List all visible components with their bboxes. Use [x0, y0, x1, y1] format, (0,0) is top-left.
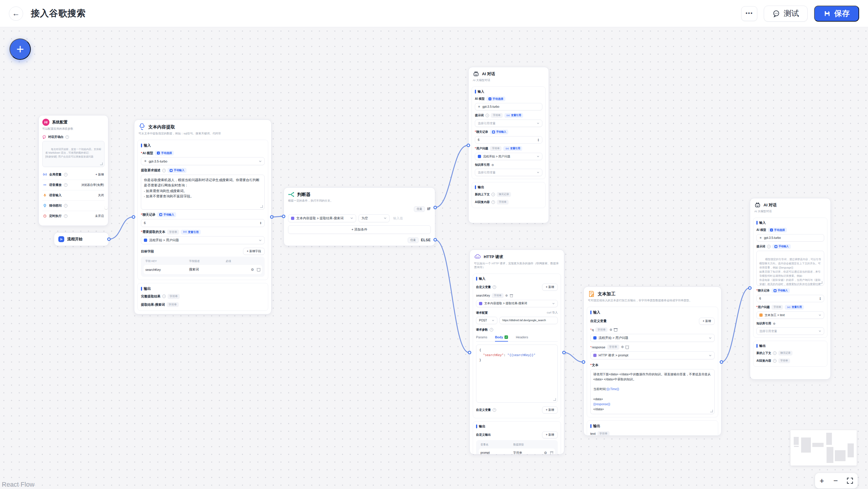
condition-value-input[interactable]: 输入值	[392, 216, 403, 220]
body-code-editor[interactable]: { "searchKey": "{{searchKey}}" }	[476, 344, 558, 403]
handle-chat-right-in[interactable]	[748, 286, 752, 290]
handle-judge-if-out[interactable]	[433, 206, 437, 209]
handle-extract-in[interactable]	[132, 215, 135, 219]
add-variable-button[interactable]: + 新增	[542, 406, 558, 414]
speech-input-value[interactable]: 关闭	[98, 193, 104, 197]
handle-textedit-out[interactable]	[720, 360, 723, 364]
model-select[interactable]: ✳ gpt-3.5-turbo	[756, 234, 824, 242]
prompt-ref-select[interactable]: 选择引用变量	[475, 120, 542, 127]
gear-icon[interactable]: ⚙	[505, 294, 508, 297]
var-response-value: HTTP 请求 > prompt	[598, 353, 628, 358]
condition-operator-select[interactable]: 为空	[359, 214, 390, 222]
number-steppers[interactable]: ▲▼	[819, 297, 821, 300]
node-text-extract[interactable]: 文本内容提取 可从文本中提取指定的数据，例如：sql语句、搜索关键词、代码等 输…	[134, 120, 272, 314]
resize-handle-icon[interactable]	[260, 205, 263, 208]
gear-icon[interactable]: ⚙	[251, 268, 254, 272]
node-ai-chat-top[interactable]: AI 对话 AI 大模型对话 输入 AI 模型 ●手动选择 ✳ gpt-3.5-…	[468, 67, 549, 223]
handle-flowstart-out[interactable]	[107, 237, 111, 241]
resize-handle-icon[interactable]	[553, 398, 556, 401]
handle-textedit-in[interactable]	[582, 360, 585, 364]
step-down-icon[interactable]: ▼	[819, 299, 821, 301]
trash-icon[interactable]	[550, 451, 553, 454]
handle-judge-else-out[interactable]	[433, 238, 437, 242]
handle-judge-in[interactable]	[282, 215, 285, 218]
add-variable-button[interactable]: + 新增	[542, 283, 558, 291]
chat-history-input[interactable]: 6 ▲▼	[475, 136, 542, 144]
variable-icon: {x}	[506, 114, 510, 117]
trash-icon[interactable]	[510, 294, 513, 297]
add-node-button[interactable]: +	[9, 38, 31, 60]
number-steppers[interactable]: ▲▼	[537, 138, 539, 142]
prompt-textarea[interactable]: 模型固定的引导词，通过调整该内容，可以引导模型聊天方向。该内容会被固定在上下文的…	[756, 251, 824, 286]
welcome-textarea[interactable]: 每次对话开始前，发送一个初始内容。支持标准 Markdown 语法，可使用的额外…	[42, 141, 104, 167]
flow-canvas[interactable]: + React Flow Hi 系统配置 可以配置应用的系统参数 对话开场白 ?…	[0, 27, 868, 489]
node-http-request[interactable]: HTTP HTTP 请求 可以发出一个 HTTP 请求，实现更为复杂的操作（联网…	[469, 249, 564, 454]
scheduled-run-value[interactable]: 未开启	[95, 214, 104, 218]
save-button[interactable]: 保存	[814, 6, 859, 22]
add-global-variable-button[interactable]: + 新增	[95, 173, 104, 177]
var-response-select[interactable]: HTTP 请求 > prompt	[590, 352, 715, 359]
tab-params[interactable]: Params	[476, 334, 487, 341]
step-down-icon[interactable]: ▼	[537, 140, 539, 142]
step-down-icon[interactable]: ▼	[260, 223, 262, 225]
condition-source-select[interactable]: 文本内容提取 > 提取结果-搜索词	[288, 214, 356, 222]
add-variable-button[interactable]: + 新增	[699, 317, 715, 325]
chat-history-input[interactable]: 6 ▲▼	[141, 219, 265, 227]
trash-icon[interactable]	[614, 328, 617, 332]
gear-icon[interactable]: ⚙	[773, 322, 776, 325]
add-field-button[interactable]: + 新增字段	[243, 248, 265, 255]
tab-body[interactable]: Body✓	[495, 334, 508, 342]
tts-value[interactable]: 浏览器自带(免费)	[81, 183, 104, 187]
user-question-select[interactable]: 流程开始 > 用户问题	[475, 153, 542, 160]
kb-ref-select[interactable]: 选择引用变量	[756, 327, 824, 335]
chat-history-label: 聊天记录	[141, 213, 155, 217]
number-steppers[interactable]: ▲▼	[260, 221, 262, 225]
handle-extract-out[interactable]	[270, 215, 274, 219]
curl-import-button[interactable]: curl 导入	[547, 311, 558, 315]
node-ai-chat-right[interactable]: AI 对话 AI 大模型对话 输入 AI 模型 ●手动选择 ✳ gpt-3.5-…	[750, 198, 831, 379]
info-icon: ?	[64, 214, 67, 218]
handle-chat-top-in[interactable]	[467, 144, 470, 147]
extract-desc-value: 你是谷歌搜索机器人，根据当前问题和对话记录生成搜索词。你需要自行判断是否需要进行…	[144, 178, 260, 198]
node-flow-start[interactable]: 流程开始	[54, 232, 109, 246]
test-button[interactable]: 测试	[764, 6, 808, 22]
gear-icon[interactable]: ⚙	[609, 328, 612, 332]
node-classifier[interactable]: 判断器 根据一定的条件，执行不同的分支。 任意 IF 文本内容提取 > 提取结果…	[284, 187, 435, 246]
url-input[interactable]: https://d8dns0.laf.dev/google_search	[499, 317, 558, 324]
node-text-edit[interactable]: 文本加工 可对固定或传入的文本进行加工后输出，非字符串类型数据最终会转成字符串类…	[584, 286, 721, 436]
method-select[interactable]: POST	[476, 317, 497, 324]
handle-http-in[interactable]	[468, 351, 471, 354]
add-condition-button[interactable]: + 添加条件	[288, 225, 431, 234]
var-q-select[interactable]: 流程开始 > 用户问题	[590, 334, 715, 342]
fit-view-button[interactable]	[847, 478, 853, 484]
resize-handle-icon[interactable]	[710, 410, 713, 412]
model-select[interactable]: ✳ gpt-3.5-turbo	[141, 157, 265, 165]
more-menu-button[interactable]: •••	[741, 6, 757, 21]
zoom-in-button[interactable]: +	[820, 476, 824, 485]
any-condition-badge[interactable]: 任意	[414, 206, 425, 212]
model-select[interactable]: ✳ gpt-3.5-turbo	[475, 103, 542, 111]
minimap[interactable]	[790, 430, 857, 466]
handle-http-out[interactable]	[562, 351, 566, 354]
back-button[interactable]: ←	[9, 6, 23, 21]
any-condition-badge[interactable]: 任意	[408, 237, 418, 243]
tab-headers[interactable]: Headers	[516, 334, 528, 341]
var-value-select[interactable]: 文本内容提取 > 提取结果-搜索词	[476, 300, 558, 307]
chat-history-input[interactable]: 6 ▲▼	[756, 295, 824, 302]
col-data-type: 数据类型	[513, 443, 524, 447]
node-system-config[interactable]: Hi 系统配置 可以配置应用的系统参数 对话开场白 ? 每次对话开始前，发送一个…	[38, 115, 108, 226]
gear-icon[interactable]: ⚙	[621, 345, 624, 349]
resize-handle-icon[interactable]	[820, 281, 823, 284]
resize-handle-icon[interactable]	[100, 162, 103, 165]
trash-icon[interactable]	[257, 268, 260, 271]
gear-icon[interactable]: ⚙	[544, 451, 547, 454]
add-output-button[interactable]: + 新增	[542, 431, 558, 438]
trash-icon[interactable]	[625, 345, 629, 349]
zoom-out-button[interactable]: −	[833, 476, 838, 485]
kb-ref-select[interactable]: 选择引用变量	[475, 169, 542, 176]
gear-icon[interactable]: ⚙	[491, 163, 494, 166]
text-textarea[interactable]: 请使用下面<data> </data>中的数据作为你的知识。请直接输出答案，不要…	[590, 369, 715, 414]
source-text-select[interactable]: 流程开始 > 用户问题	[141, 236, 265, 244]
extract-desc-textarea[interactable]: 你是谷歌搜索机器人，根据当前问题和对话记录生成搜索词。你需要自行判断是否需要进行…	[141, 175, 265, 210]
user-question-select[interactable]: 文本加工 > text	[756, 311, 824, 319]
